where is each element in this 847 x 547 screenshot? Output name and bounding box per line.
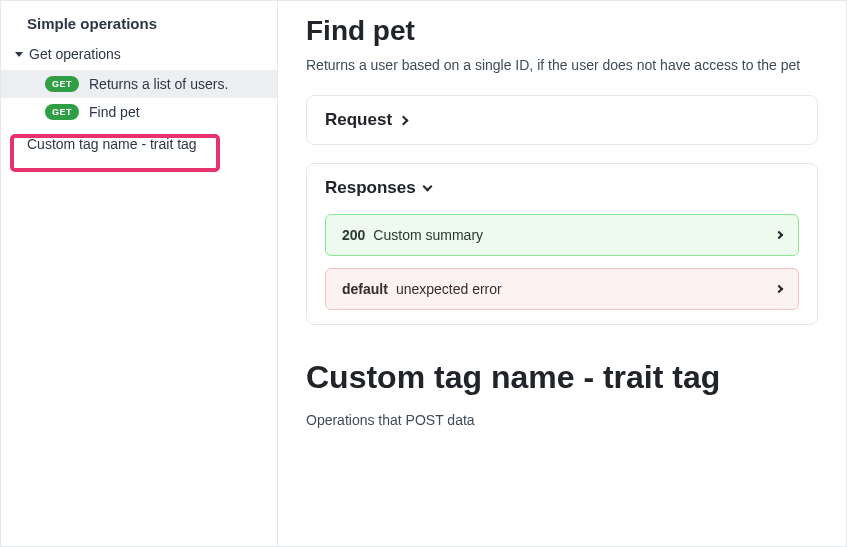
http-method-badge: GET xyxy=(45,76,79,92)
responses-panel: Responses 200 Custom summary default une… xyxy=(306,163,818,325)
section-title-custom-tag: Custom tag name - trait tag xyxy=(306,359,818,396)
chevron-right-icon xyxy=(399,115,409,125)
chevron-right-icon xyxy=(775,285,783,293)
sidebar-item-label: Custom tag name - trait tag xyxy=(27,136,197,152)
responses-panel-header[interactable]: Responses xyxy=(325,178,799,198)
section-description-custom-tag: Operations that POST data xyxy=(306,412,818,428)
app-frame: Simple operations Get operations GET Ret… xyxy=(0,0,847,547)
responses-header-label: Responses xyxy=(325,178,416,198)
request-panel: Request xyxy=(306,95,818,145)
sidebar-group-title: Simple operations xyxy=(1,9,277,42)
responses-body: 200 Custom summary default unexpected er… xyxy=(325,214,799,310)
http-method-badge: GET xyxy=(45,104,79,120)
chevron-down-icon xyxy=(422,182,432,192)
response-row-200[interactable]: 200 Custom summary xyxy=(325,214,799,256)
sidebar-item-list-users[interactable]: GET Returns a list of users. xyxy=(1,70,277,98)
main-content: Find pet Returns a user based on a singl… xyxy=(278,1,846,546)
response-summary: unexpected error xyxy=(396,281,768,297)
request-header-label: Request xyxy=(325,110,392,130)
page-title: Find pet xyxy=(306,15,818,47)
response-row-default[interactable]: default unexpected error xyxy=(325,268,799,310)
chevron-right-icon xyxy=(775,231,783,239)
sidebar-collapsible-label: Get operations xyxy=(29,46,121,62)
request-panel-header[interactable]: Request xyxy=(325,110,799,130)
sidebar: Simple operations Get operations GET Ret… xyxy=(1,1,278,546)
sidebar-collapsible-get-operations[interactable]: Get operations xyxy=(1,42,277,70)
sidebar-item-custom-tag[interactable]: Custom tag name - trait tag xyxy=(1,126,277,162)
chevron-down-icon xyxy=(15,52,23,57)
response-code: 200 xyxy=(342,227,365,243)
page-description: Returns a user based on a single ID, if … xyxy=(306,57,818,73)
sidebar-item-label: Find pet xyxy=(89,104,140,120)
sidebar-item-label: Returns a list of users. xyxy=(89,76,228,92)
sidebar-item-find-pet[interactable]: GET Find pet xyxy=(1,98,277,126)
response-code: default xyxy=(342,281,388,297)
response-summary: Custom summary xyxy=(373,227,768,243)
